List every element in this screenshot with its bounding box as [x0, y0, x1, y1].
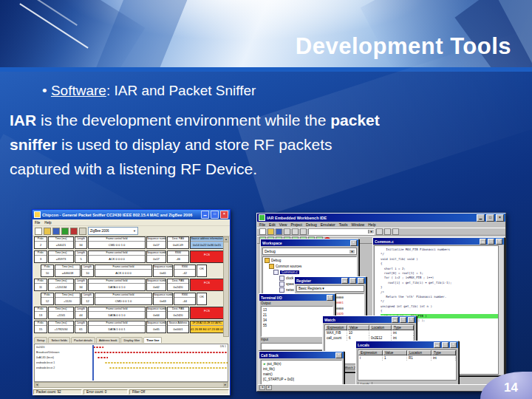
editor-scrollbar[interactable] — [498, 245, 503, 375]
call-stack-row[interactable]: main() — [263, 372, 340, 377]
menu-emulator[interactable]: Emulator — [321, 222, 335, 227]
editor-titlebar[interactable]: Common.c ▁ □ × — [373, 238, 504, 245]
minimize-icon[interactable]: ▁ — [341, 278, 348, 284]
close-icon[interactable]: × — [358, 278, 364, 284]
bookmark-icon[interactable] — [392, 228, 399, 235]
paste-icon[interactable] — [300, 228, 307, 235]
close-icon[interactable]: × — [408, 317, 415, 323]
packet-row[interactable]: P.nbr.11 Time (ms)+120134 Length34 Frame… — [34, 279, 224, 291]
column-location[interactable]: Location — [407, 350, 432, 355]
configuration-combo[interactable]: Debug ▼ — [262, 248, 357, 255]
minimize-icon[interactable]: ▁ — [434, 342, 440, 348]
new-file-icon[interactable] — [259, 228, 266, 235]
copy-icon[interactable] — [292, 228, 299, 235]
timeline-row[interactable]: endnode.brcst 2 — [35, 365, 228, 370]
maximize-icon[interactable]: □ — [400, 317, 406, 323]
tree-item[interactable]: Common sources — [263, 263, 356, 269]
timeline-row[interactable]: endnode.brcst 1 — [35, 360, 228, 365]
close-icon[interactable]: × — [335, 352, 342, 358]
tab-time-line[interactable]: Time line — [143, 337, 162, 343]
timeline-scrollbar[interactable]: ◄ ► — [34, 382, 228, 388]
locals-row[interactable]: i 1 R1 int — [358, 355, 456, 361]
menu-tools[interactable]: Tools — [339, 222, 348, 227]
open-icon[interactable] — [267, 228, 274, 235]
protocol-combo[interactable]: ZigBee 2006 ▼ — [88, 227, 138, 235]
packet-row[interactable]: P.nbr.13 Time (ms)+2241 Length44 Frame c… — [34, 307, 224, 319]
menu-edit[interactable]: Edit — [269, 222, 276, 227]
watch-row[interactable]: MAX_FIB 10 int — [325, 330, 414, 335]
timeline-row[interactable]: 0xAC4D (brcst) — [35, 355, 228, 360]
packet-list-scrollbar[interactable]: ▲ — [223, 236, 229, 337]
maximize-icon[interactable]: □ — [442, 342, 449, 348]
column-location[interactable]: Location — [369, 325, 392, 330]
open-icon[interactable] — [44, 228, 51, 235]
maximize-icon[interactable]: □ — [488, 239, 494, 245]
channel-spinner-icon[interactable] — [79, 228, 86, 235]
close-button[interactable]: × — [496, 214, 504, 222]
tab-setup[interactable]: Setup — [34, 337, 47, 343]
minimize-button[interactable]: ▁ — [201, 211, 209, 219]
find-icon[interactable] — [376, 228, 383, 235]
minimize-icon[interactable]: ▁ — [392, 317, 398, 323]
tree-item[interactable]: Debug — [263, 257, 356, 263]
menu-view[interactable]: View — [279, 222, 287, 227]
close-icon[interactable]: × — [496, 239, 502, 245]
register-titlebar[interactable]: Register ▁ □ × — [295, 277, 366, 284]
column-expression[interactable]: Expression — [358, 350, 383, 355]
locals-titlebar[interactable]: Locals ▁ □ × — [356, 341, 458, 348]
pause-capture-icon[interactable] — [70, 228, 78, 235]
close-icon[interactable]: × — [450, 342, 457, 348]
tab-select-fields[interactable]: Select fields — [48, 337, 70, 343]
timeline-row[interactable]: Broadcast/Unknown — [35, 349, 228, 355]
register-group-combo[interactable]: Basic Registers ▼ — [296, 285, 364, 292]
scroll-left-icon[interactable]: ◄ — [35, 383, 39, 387]
minimize-icon[interactable]: ▁ — [480, 239, 486, 245]
packet-row[interactable]: P.nbr.3 Time (ms)=35973 Length5 Frame co… — [34, 250, 224, 263]
maximize-icon[interactable]: □ — [349, 278, 356, 284]
iar-titlebar[interactable]: IAR Embedded Workbench IDE ▁ □ × — [257, 214, 505, 222]
maximize-button[interactable]: □ — [211, 211, 219, 219]
call-stack-titlebar[interactable]: Call Stack × — [259, 352, 344, 358]
menu-file[interactable]: File — [35, 221, 40, 225]
tab-display-filter[interactable]: Display filter — [120, 337, 143, 343]
tree-item-selected[interactable]: Common.c — [263, 269, 356, 275]
column-expression[interactable]: Expression — [325, 325, 347, 330]
tab-packet-details[interactable]: Packet details — [71, 337, 95, 343]
cut-icon[interactable] — [284, 228, 290, 235]
packet-row[interactable]: P.nbr.12 Time (ms)+1120 Length12 Frame c… — [41, 293, 207, 305]
packet-row[interactable]: P.nbr.10 Time (ms)=446018 Length10 Frame… — [41, 265, 207, 277]
start-capture-icon[interactable] — [61, 228, 69, 235]
close-icon[interactable]: × — [327, 295, 333, 301]
scroll-up-icon[interactable]: ▲ — [224, 237, 228, 242]
packet-row[interactable]: P.nbr.15 Time (ms)+1782034 Length61 Fram… — [34, 321, 224, 333]
column-type[interactable]: Type — [432, 350, 456, 355]
watch-titlebar[interactable]: Watch ▁ □ × — [323, 316, 416, 323]
call-stack-row[interactable]: [C_STARTUP + 0xD] — [263, 377, 340, 382]
close-button[interactable]: × — [220, 211, 228, 219]
column-value[interactable]: Value — [347, 325, 369, 330]
column-value[interactable]: Value — [383, 350, 407, 355]
menu-project[interactable]: Project — [290, 222, 302, 227]
workspace-titlebar[interactable]: Workspace × — [261, 239, 358, 246]
new-file-icon[interactable] — [35, 228, 42, 235]
sniffer-titlebar[interactable]: Chipcon - General Packet Sniffer CC2430 … — [33, 210, 230, 219]
scroll-left-icon[interactable]: ◄ — [259, 385, 265, 390]
scroll-right-icon[interactable]: ► — [223, 383, 228, 387]
find-combo[interactable]: ▼ — [308, 228, 375, 235]
close-icon[interactable]: × — [350, 240, 357, 246]
save-icon[interactable] — [276, 228, 282, 235]
packet-row[interactable]: P.nbr.2 Time (ms)=34021 Length34 Frame c… — [34, 236, 224, 249]
menu-help[interactable]: Help — [44, 221, 51, 225]
timeline-cursor[interactable] — [92, 345, 94, 381]
minimize-button[interactable]: ▁ — [477, 214, 485, 222]
scroll-right-icon[interactable]: ► — [266, 385, 272, 390]
timeline-row[interactable]: 0x2420 — [35, 344, 228, 349]
call-stack-row[interactable]: init_fib() — [263, 366, 340, 372]
terminal-titlebar[interactable]: Terminal I/O × — [259, 294, 335, 301]
find-next-icon[interactable] — [384, 228, 391, 235]
menu-debug[interactable]: Debug — [306, 222, 317, 227]
call-stack-row[interactable]: ►put_fib(n) — [263, 361, 340, 366]
menu-window[interactable]: Window — [351, 222, 364, 227]
column-type[interactable]: Type — [392, 325, 414, 330]
menu-help[interactable]: Help — [368, 222, 375, 227]
